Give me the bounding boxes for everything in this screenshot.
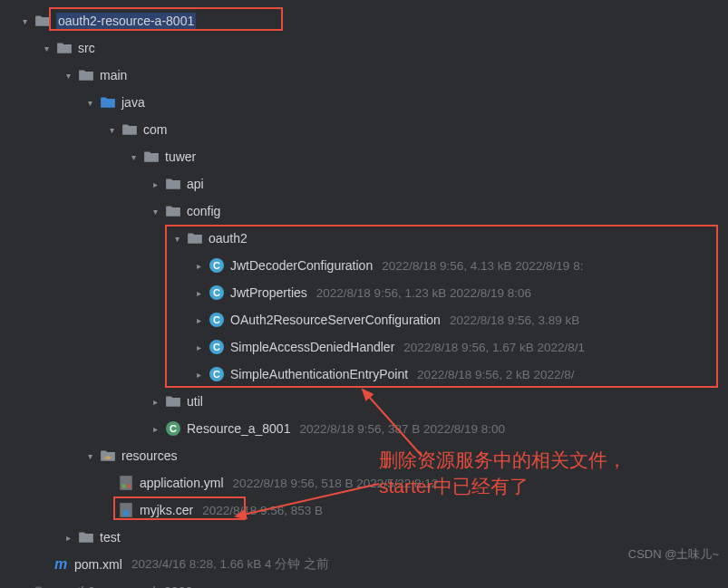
annotation-line: 删除资源服务中的相关文件， [379,447,626,473]
tree-item-java[interactable]: ▾ java [0,89,728,116]
chevron-down-icon: ▾ [127,152,140,162]
tree-item-tuwer[interactable]: ▾ tuwer [0,143,728,170]
chevron-right-icon: ▸ [192,342,205,352]
tree-item-oauth2[interactable]: ▾ oauth2 [0,225,728,252]
tree-item-class[interactable]: ▸ C SimpleAuthenticationEntryPoint 2022/… [0,361,728,388]
chevron-down-icon: ▾ [83,451,96,461]
folder-icon [165,203,181,219]
folder-icon [143,149,160,165]
chevron-right-icon: ▸ [192,370,205,380]
chevron-right-icon: ▸ [192,261,205,271]
tree-label: test [100,530,121,545]
tree-label: oauth2-resource-b-8002 [56,584,192,588]
tree-item-class[interactable]: ▸ C JwtDecoderConfiguration 2022/8/18 9:… [0,252,728,279]
file-meta: 2022/8/18 9:56, 1.67 kB 2022/8/1 [403,341,585,354]
maven-icon: m [53,556,69,573]
file-meta: 2022/8/18 9:56, 2 kB 2022/8/ [417,368,574,381]
class-icon: C [209,257,225,274]
chevron-down-icon: ▾ [83,98,96,108]
tree-label: util [187,394,203,409]
folder-icon [187,230,203,246]
chevron-down-icon: ▾ [62,71,74,81]
tree-item-test[interactable]: ▸ test [0,524,728,551]
class-icon: C [209,339,225,355]
chevron-down-icon: ▾ [18,16,31,26]
watermark: CSDN @土味儿~ [628,546,719,563]
chevron-down-icon: ▾ [149,207,161,217]
class-icon: C [209,366,225,382]
folder-icon [56,40,73,56]
tree-label: JwtProperties [230,285,307,300]
folder-icon [121,121,138,138]
tree-label: oauth2 [209,231,248,246]
folder-icon [78,67,94,83]
folder-icon [78,529,94,545]
tree-item-class[interactable]: ▸ C JwtProperties 2022/8/18 9:56, 1.23 k… [0,279,728,306]
class-icon: C [209,284,225,301]
tree-label: myjks.cer [140,503,193,517]
file-meta: 2022/8/18 9:56, 4.13 kB 2022/8/19 8: [382,259,583,273]
tree-label: SimpleAccessDeniedHandler [230,340,394,354]
tree-label: OAuth2ResourceServerConfiguration [230,313,441,327]
chevron-down-icon: ▾ [40,43,53,53]
chevron-right-icon: ▸ [192,315,205,325]
tree-item-api[interactable]: ▸ api [0,170,728,198]
class-icon: C [165,420,181,437]
tree-label: application.yml [140,476,224,490]
chevron-right-icon: ▸ [149,397,161,407]
tree-label: JwtDecoderConfiguration [230,258,373,273]
tree-item-pom[interactable]: m pom.xml 2023/4/16 8:28, 1.66 kB 4 分钟 之… [0,551,728,578]
chevron-down-icon: ▾ [170,234,183,244]
tree-item-config[interactable]: ▾ config [0,198,728,225]
source-folder-icon [100,94,116,111]
folder-icon [34,583,51,588]
tree-item-cert[interactable]: myjks.cer 2022/8/18 9:56, 853 B [0,496,728,524]
chevron-right-icon: ▸ [62,533,74,543]
tree-item-truncated[interactable]: ▸ oauth2-resource-b-8002 [0,578,728,588]
resources-folder-icon [100,448,116,464]
chevron-down-icon: ▾ [105,125,118,135]
cert-icon [118,502,134,518]
tree-item-com[interactable]: ▾ com [0,116,728,143]
file-meta: 2022/8/18 9:56, 387 B 2022/8/19 8:00 [299,422,505,436]
chevron-right-icon: ▸ [149,179,161,189]
tree-item-class[interactable]: ▸ C SimpleAccessDeniedHandler 2022/8/18 … [0,333,728,361]
folder-icon [34,13,51,29]
annotation-text: 删除资源服务中的相关文件， starter中已经有了 [379,447,626,500]
tree-item-class[interactable]: ▸ C OAuth2ResourceServerConfiguration 20… [0,306,728,333]
file-meta: 2022/8/18 9:56, 3.89 kB [450,313,579,327]
class-icon: C [209,312,225,328]
file-meta: 2023/4/16 8:28, 1.66 kB 4 分钟 之前 [131,556,329,573]
chevron-right-icon: ▸ [149,424,161,434]
chevron-right-icon: ▸ [192,288,205,298]
tree-label: Resource_a_8001 [187,421,290,436]
annotation-line: starter中已经有了 [379,473,626,499]
folder-icon [165,393,181,410]
tree-label: SimpleAuthenticationEntryPoint [230,367,408,381]
file-meta: 2022/8/18 9:56, 853 B [202,504,323,517]
tree-item-root[interactable]: ▾ oauth2-resource-a-8001 [0,7,728,34]
tree-label: pom.xml [74,557,122,572]
file-meta: 2022/8/18 9:56, 1.23 kB 2022/8/19 8:06 [316,286,531,300]
